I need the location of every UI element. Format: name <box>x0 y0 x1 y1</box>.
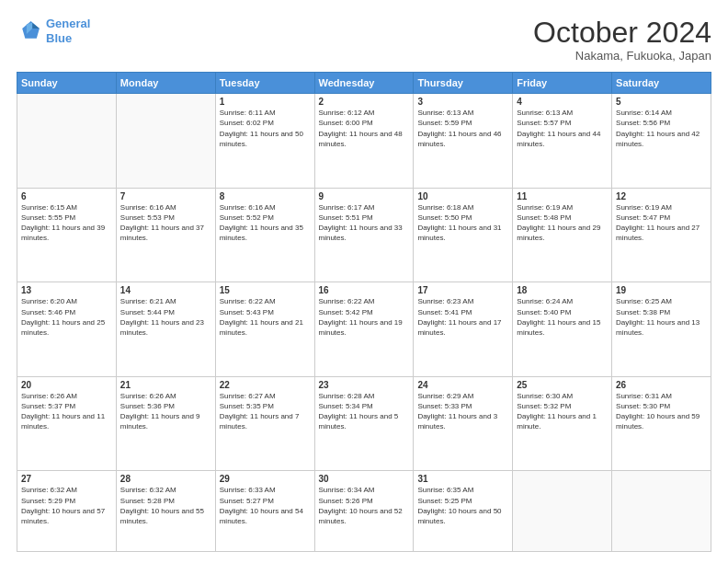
table-row: 18Sunrise: 6:24 AM Sunset: 5:40 PM Dayli… <box>513 282 612 377</box>
day-number: 6 <box>21 191 112 201</box>
table-row <box>17 94 117 189</box>
day-number: 25 <box>517 380 608 390</box>
col-thursday: Thursday <box>414 73 513 94</box>
day-number: 26 <box>616 380 707 390</box>
day-info: Sunrise: 6:32 AM Sunset: 5:29 PM Dayligh… <box>21 485 112 526</box>
day-number: 23 <box>319 380 410 390</box>
calendar-table: Sunday Monday Tuesday Wednesday Thursday… <box>17 72 711 552</box>
day-info: Sunrise: 6:31 AM Sunset: 5:30 PM Dayligh… <box>616 391 707 432</box>
day-number: 1 <box>220 97 311 107</box>
day-number: 11 <box>517 191 608 201</box>
day-info: Sunrise: 6:30 AM Sunset: 5:32 PM Dayligh… <box>517 391 608 432</box>
day-info: Sunrise: 6:14 AM Sunset: 5:56 PM Dayligh… <box>616 108 707 149</box>
logo-text: General Blue <box>46 17 90 45</box>
day-info: Sunrise: 6:25 AM Sunset: 5:38 PM Dayligh… <box>616 296 707 338</box>
day-number: 5 <box>616 97 707 107</box>
day-number: 15 <box>220 285 311 295</box>
day-number: 14 <box>120 285 211 295</box>
page: General Blue October 2024 Nakama, Fukuok… <box>0 0 728 563</box>
table-row: 22Sunrise: 6:27 AM Sunset: 5:35 PM Dayli… <box>215 376 314 471</box>
table-row: 25Sunrise: 6:30 AM Sunset: 5:32 PM Dayli… <box>513 376 612 471</box>
table-row: 26Sunrise: 6:31 AM Sunset: 5:30 PM Dayli… <box>612 376 711 471</box>
header: General Blue October 2024 Nakama, Fukuok… <box>17 17 711 63</box>
table-row: 9Sunrise: 6:17 AM Sunset: 5:51 PM Daylig… <box>314 188 414 282</box>
col-friday: Friday <box>513 73 612 94</box>
table-row: 8Sunrise: 6:16 AM Sunset: 5:52 PM Daylig… <box>215 188 314 282</box>
day-info: Sunrise: 6:11 AM Sunset: 6:02 PM Dayligh… <box>220 108 311 149</box>
day-number: 22 <box>220 380 311 390</box>
day-info: Sunrise: 6:20 AM Sunset: 5:46 PM Dayligh… <box>21 296 112 338</box>
day-info: Sunrise: 6:26 AM Sunset: 5:37 PM Dayligh… <box>21 391 112 432</box>
table-row: 16Sunrise: 6:22 AM Sunset: 5:42 PM Dayli… <box>314 282 414 377</box>
table-row: 17Sunrise: 6:23 AM Sunset: 5:41 PM Dayli… <box>414 282 513 377</box>
day-number: 4 <box>517 97 608 107</box>
table-row: 29Sunrise: 6:33 AM Sunset: 5:27 PM Dayli… <box>215 471 314 552</box>
day-number: 12 <box>616 191 707 201</box>
day-info: Sunrise: 6:17 AM Sunset: 5:51 PM Dayligh… <box>319 202 410 244</box>
day-number: 17 <box>417 285 508 295</box>
table-row: 12Sunrise: 6:19 AM Sunset: 5:47 PM Dayli… <box>612 188 711 282</box>
table-row: 5Sunrise: 6:14 AM Sunset: 5:56 PM Daylig… <box>612 94 711 189</box>
day-number: 20 <box>21 380 112 390</box>
day-info: Sunrise: 6:21 AM Sunset: 5:44 PM Dayligh… <box>120 296 211 338</box>
col-wednesday: Wednesday <box>314 73 414 94</box>
table-row: 1Sunrise: 6:11 AM Sunset: 6:02 PM Daylig… <box>215 94 314 189</box>
table-row: 10Sunrise: 6:18 AM Sunset: 5:50 PM Dayli… <box>414 188 513 282</box>
day-info: Sunrise: 6:32 AM Sunset: 5:28 PM Dayligh… <box>120 485 211 526</box>
table-row: 15Sunrise: 6:22 AM Sunset: 5:43 PM Dayli… <box>215 282 314 377</box>
table-row: 21Sunrise: 6:26 AM Sunset: 5:36 PM Dayli… <box>116 376 215 471</box>
day-info: Sunrise: 6:34 AM Sunset: 5:26 PM Dayligh… <box>319 485 410 526</box>
col-saturday: Saturday <box>612 73 711 94</box>
table-row: 28Sunrise: 6:32 AM Sunset: 5:28 PM Dayli… <box>116 471 215 552</box>
title-block: October 2024 Nakama, Fukuoka, Japan <box>533 17 711 63</box>
day-info: Sunrise: 6:26 AM Sunset: 5:36 PM Dayligh… <box>120 391 211 432</box>
day-number: 31 <box>417 474 508 484</box>
table-row: 11Sunrise: 6:19 AM Sunset: 5:48 PM Dayli… <box>513 188 612 282</box>
day-number: 2 <box>319 97 410 107</box>
table-row <box>513 471 612 552</box>
table-row: 3Sunrise: 6:13 AM Sunset: 5:59 PM Daylig… <box>414 94 513 189</box>
table-row: 14Sunrise: 6:21 AM Sunset: 5:44 PM Dayli… <box>116 282 215 377</box>
col-tuesday: Tuesday <box>215 73 314 94</box>
day-number: 13 <box>21 285 112 295</box>
day-number: 9 <box>319 191 410 201</box>
table-row: 24Sunrise: 6:29 AM Sunset: 5:33 PM Dayli… <box>414 376 513 471</box>
day-number: 29 <box>220 474 311 484</box>
day-number: 27 <box>21 474 112 484</box>
day-number: 21 <box>120 380 211 390</box>
table-row: 7Sunrise: 6:16 AM Sunset: 5:53 PM Daylig… <box>116 188 215 282</box>
table-row: 2Sunrise: 6:12 AM Sunset: 6:00 PM Daylig… <box>314 94 414 189</box>
month-title: October 2024 <box>533 17 711 49</box>
table-row: 4Sunrise: 6:13 AM Sunset: 5:57 PM Daylig… <box>513 94 612 189</box>
day-info: Sunrise: 6:12 AM Sunset: 6:00 PM Dayligh… <box>319 108 410 149</box>
day-info: Sunrise: 6:19 AM Sunset: 5:48 PM Dayligh… <box>517 202 608 244</box>
day-info: Sunrise: 6:22 AM Sunset: 5:43 PM Dayligh… <box>220 296 311 338</box>
day-number: 28 <box>120 474 211 484</box>
day-info: Sunrise: 6:24 AM Sunset: 5:40 PM Dayligh… <box>517 296 608 338</box>
table-row: 27Sunrise: 6:32 AM Sunset: 5:29 PM Dayli… <box>17 471 117 552</box>
day-number: 19 <box>616 285 707 295</box>
col-monday: Monday <box>116 73 215 94</box>
day-number: 16 <box>319 285 410 295</box>
calendar-header-row: Sunday Monday Tuesday Wednesday Thursday… <box>17 73 711 94</box>
day-info: Sunrise: 6:13 AM Sunset: 5:57 PM Dayligh… <box>517 108 608 149</box>
day-info: Sunrise: 6:35 AM Sunset: 5:25 PM Dayligh… <box>417 485 508 526</box>
table-row: 20Sunrise: 6:26 AM Sunset: 5:37 PM Dayli… <box>17 376 117 471</box>
table-row: 19Sunrise: 6:25 AM Sunset: 5:38 PM Dayli… <box>612 282 711 377</box>
day-info: Sunrise: 6:15 AM Sunset: 5:55 PM Dayligh… <box>21 202 112 244</box>
table-row: 23Sunrise: 6:28 AM Sunset: 5:34 PM Dayli… <box>314 376 414 471</box>
logo-icon <box>17 18 42 44</box>
day-info: Sunrise: 6:28 AM Sunset: 5:34 PM Dayligh… <box>319 391 410 432</box>
day-number: 8 <box>220 191 311 201</box>
logo: General Blue <box>17 17 90 45</box>
day-info: Sunrise: 6:19 AM Sunset: 5:47 PM Dayligh… <box>616 202 707 244</box>
table-row <box>612 471 711 552</box>
day-info: Sunrise: 6:16 AM Sunset: 5:53 PM Dayligh… <box>120 202 211 244</box>
day-number: 24 <box>417 380 508 390</box>
day-info: Sunrise: 6:13 AM Sunset: 5:59 PM Dayligh… <box>417 108 508 149</box>
day-number: 18 <box>517 285 608 295</box>
location: Nakama, Fukuoka, Japan <box>533 49 711 63</box>
table-row: 30Sunrise: 6:34 AM Sunset: 5:26 PM Dayli… <box>314 471 414 552</box>
day-info: Sunrise: 6:16 AM Sunset: 5:52 PM Dayligh… <box>220 202 311 244</box>
day-info: Sunrise: 6:23 AM Sunset: 5:41 PM Dayligh… <box>417 296 508 338</box>
